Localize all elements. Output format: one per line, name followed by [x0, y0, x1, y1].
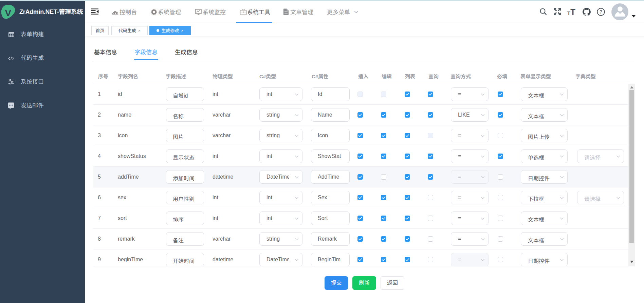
svg-text:?: ? — [600, 9, 602, 15]
svg-text:V: V — [5, 8, 12, 18]
